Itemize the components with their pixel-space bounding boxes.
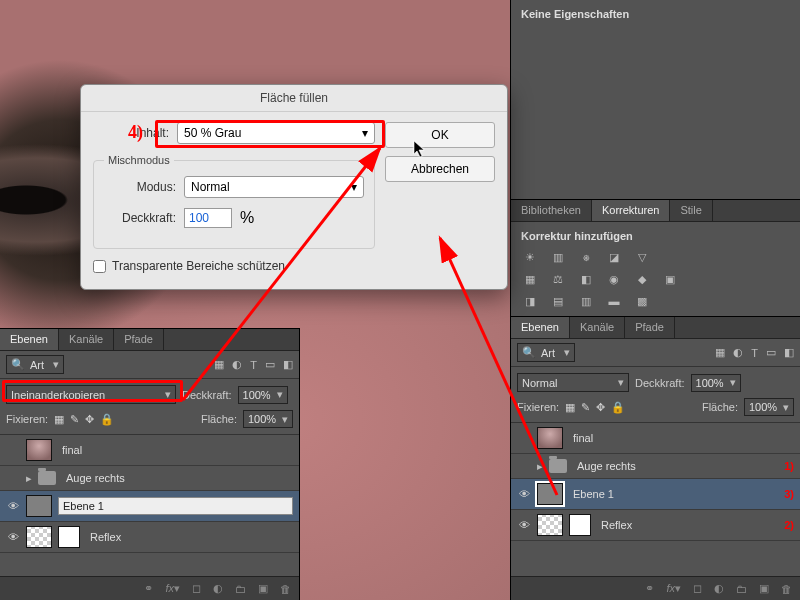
new-layer-icon[interactable]: ▣ [759, 582, 769, 595]
visibility-icon[interactable]: 👁 [6, 531, 20, 543]
disclosure-icon[interactable]: ▸ [26, 472, 32, 485]
filter-smart-icon[interactable]: ◧ [283, 358, 293, 371]
layer-filter-type-left[interactable]: 🔍Art▾ [6, 355, 64, 374]
invert-icon[interactable]: ◨ [521, 294, 539, 308]
annotation-1: 1) [784, 460, 794, 472]
filter-type-icon[interactable]: T [751, 347, 758, 359]
layer-ebene1-right[interactable]: 👁 Ebene 1 3) [511, 479, 800, 510]
visibility-icon[interactable]: 👁 [6, 500, 20, 512]
selective-icon[interactable]: ▩ [633, 294, 651, 308]
layer-reflex-left[interactable]: 👁 Reflex [0, 522, 299, 553]
lock-brush-icon[interactable]: ✎ [70, 413, 79, 426]
korrektur-subtitle: Korrektur hinzufügen [521, 230, 790, 242]
disclosure-icon[interactable]: ▸ [537, 460, 543, 473]
tab-kanaele-right[interactable]: Kanäle [570, 317, 625, 338]
filter-adj-icon[interactable]: ◐ [232, 358, 242, 371]
adjustment-layer-icon[interactable]: ◐ [714, 582, 724, 595]
layer-final-left[interactable]: final [0, 435, 299, 466]
fill-label-right: Fläche: [702, 401, 738, 413]
layer-fx-icon[interactable]: fx▾ [165, 582, 180, 595]
delete-layer-icon[interactable]: 🗑 [280, 583, 291, 595]
lock-pixels-icon[interactable]: ▦ [565, 401, 575, 414]
new-layer-icon[interactable]: ▣ [258, 582, 268, 595]
content-select[interactable]: 50 % Grau▾ [177, 122, 375, 144]
opacity-unit: % [240, 209, 254, 227]
lock-all-icon[interactable]: 🔒 [100, 413, 114, 426]
lock-label-left: Fixieren: [6, 413, 48, 425]
protect-transparency-checkbox[interactable]: Transparente Bereiche schützen [93, 259, 375, 273]
vibrance-icon[interactable]: ▽ [633, 250, 651, 264]
fill-value-right[interactable]: 100%▾ [744, 398, 794, 416]
lut-icon[interactable]: ▣ [661, 272, 679, 286]
opacity-input[interactable] [184, 208, 232, 228]
checkbox-input[interactable] [93, 260, 106, 273]
exposure-icon[interactable]: ◪ [605, 250, 623, 264]
lock-all-icon[interactable]: 🔒 [611, 401, 625, 414]
mischmodus-group-label: Mischmodus [104, 154, 174, 166]
link-layers-icon[interactable]: ⚭ [645, 582, 654, 595]
layer-mask[interactable] [58, 526, 80, 548]
layer-name[interactable]: Ebene 1 [58, 497, 293, 515]
tab-ebenen-left[interactable]: Ebenen [0, 329, 59, 350]
layer-ebene1-left[interactable]: 👁 Ebene 1 [0, 491, 299, 522]
tab-korrekturen[interactable]: Korrekturen [592, 200, 670, 221]
filter-adj-icon[interactable]: ◐ [733, 346, 743, 359]
opacity-label-left: Deckkraft: [182, 389, 232, 401]
cancel-button[interactable]: Abbrechen [385, 156, 495, 182]
add-mask-icon[interactable]: ◻ [192, 582, 201, 595]
filter-smart-icon[interactable]: ◧ [784, 346, 794, 359]
blend-mode-left[interactable]: Ineinanderkopieren▾ [6, 385, 176, 404]
new-group-icon[interactable]: 🗀 [736, 583, 747, 595]
fill-value-left[interactable]: 100%▾ [243, 410, 293, 428]
ok-button[interactable]: OK [385, 122, 495, 148]
tab-ebenen-right[interactable]: Ebenen [511, 317, 570, 338]
blend-mode-right[interactable]: Normal▾ [517, 373, 629, 392]
filter-shape-icon[interactable]: ▭ [265, 358, 275, 371]
gradient-icon[interactable]: ▬ [605, 294, 623, 308]
opacity-value-right[interactable]: 100%▾ [691, 374, 741, 392]
filter-type-icon[interactable]: T [250, 359, 257, 371]
folder-icon [38, 471, 56, 485]
lock-move-icon[interactable]: ✥ [596, 401, 605, 414]
lock-brush-icon[interactable]: ✎ [581, 401, 590, 414]
posterize-icon[interactable]: ▤ [549, 294, 567, 308]
layer-final-right[interactable]: final [511, 423, 800, 454]
levels-icon[interactable]: ▥ [549, 250, 567, 264]
filter-shape-icon[interactable]: ▭ [766, 346, 776, 359]
curves-icon[interactable]: ⎈ [577, 250, 595, 264]
layer-reflex-right[interactable]: 👁 Reflex 2) [511, 510, 800, 541]
tab-pfade-left[interactable]: Pfade [114, 329, 164, 350]
tab-pfade-right[interactable]: Pfade [625, 317, 675, 338]
delete-layer-icon[interactable]: 🗑 [781, 583, 792, 595]
bw-icon[interactable]: ◧ [577, 272, 595, 286]
opacity-value-left[interactable]: 100%▾ [238, 386, 288, 404]
photo-filter-icon[interactable]: ◉ [605, 272, 623, 286]
filter-pixel-icon[interactable]: ▦ [214, 358, 224, 371]
mode-select[interactable]: Normal▾ [184, 176, 364, 198]
mixer-icon[interactable]: ◆ [633, 272, 651, 286]
tab-stile[interactable]: Stile [670, 200, 712, 221]
balance-icon[interactable]: ⚖ [549, 272, 567, 286]
tab-bibliotheken[interactable]: Bibliotheken [511, 200, 592, 221]
lock-move-icon[interactable]: ✥ [85, 413, 94, 426]
new-group-icon[interactable]: 🗀 [235, 583, 246, 595]
layer-filter-type-right[interactable]: 🔍Art▾ [517, 343, 575, 362]
layer-thumb [537, 514, 563, 536]
layer-name: Auge rechts [62, 470, 293, 486]
tab-kanaele-left[interactable]: Kanäle [59, 329, 114, 350]
mouse-cursor [413, 140, 427, 158]
visibility-icon[interactable]: 👁 [517, 519, 531, 531]
link-layers-icon[interactable]: ⚭ [144, 582, 153, 595]
add-mask-icon[interactable]: ◻ [693, 582, 702, 595]
threshold-icon[interactable]: ▥ [577, 294, 595, 308]
filter-pixel-icon[interactable]: ▦ [715, 346, 725, 359]
visibility-icon[interactable]: 👁 [517, 488, 531, 500]
adjustment-layer-icon[interactable]: ◐ [213, 582, 223, 595]
layer-group-auge-left[interactable]: ▸ Auge rechts [0, 466, 299, 491]
layer-mask[interactable] [569, 514, 591, 536]
lock-pixels-icon[interactable]: ▦ [54, 413, 64, 426]
brightness-icon[interactable]: ☀ [521, 250, 539, 264]
layer-group-auge-right[interactable]: ▸ Auge rechts 1) [511, 454, 800, 479]
layer-fx-icon[interactable]: fx▾ [666, 582, 681, 595]
hue-icon[interactable]: ▦ [521, 272, 539, 286]
